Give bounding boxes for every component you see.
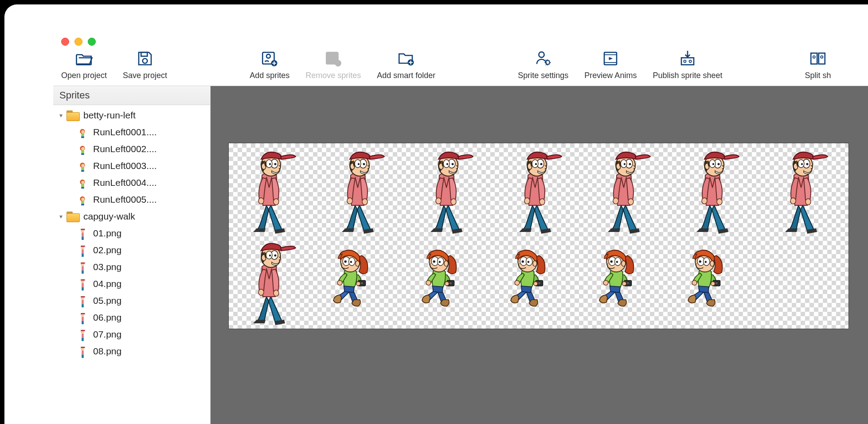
preview-anims-icon — [601, 49, 620, 68]
sprite-sheet[interactable] — [228, 143, 849, 329]
folder-label: capguy-walk — [83, 211, 135, 222]
file-label: 02.png — [93, 245, 121, 255]
sprite-frame[interactable] — [765, 143, 836, 236]
file-label: RunLeft0005.... — [93, 194, 157, 205]
add-sprites-button[interactable]: Add sprites — [242, 49, 297, 80]
sprite-thumb-icon — [78, 176, 87, 189]
sidebar-header: Sprites — [53, 86, 210, 105]
svg-rect-0 — [141, 52, 147, 56]
sprite-frame[interactable] — [490, 243, 566, 328]
svg-rect-12 — [681, 58, 694, 65]
sprite-frame[interactable] — [313, 243, 388, 328]
sprite-frame[interactable] — [402, 243, 477, 328]
sprite-frame[interactable] — [676, 143, 747, 236]
file-label: 06.png — [93, 312, 121, 323]
file-label: RunLeft0002.... — [93, 144, 157, 154]
file-label: 07.png — [93, 329, 121, 340]
file-label: RunLeft0004.... — [93, 177, 157, 188]
sprite-frame[interactable] — [579, 243, 654, 328]
save-project-button[interactable]: Save project — [115, 49, 175, 80]
folder-icon — [66, 110, 79, 120]
file-row[interactable]: 04.png — [53, 275, 210, 292]
split-sheet-button[interactable]: Split sh — [797, 49, 839, 80]
file-row[interactable]: RunLeft0005.... — [53, 191, 210, 208]
preview-anims-label: Preview Anims — [584, 71, 637, 80]
svg-point-16 — [813, 56, 815, 58]
add-smart-folder-label: Add smart folder — [377, 71, 435, 80]
sprite-frame[interactable] — [322, 143, 393, 236]
file-row[interactable]: 07.png — [53, 326, 210, 343]
folder-icon — [66, 212, 79, 221]
svg-point-9 — [539, 52, 544, 57]
add-sprites-icon — [260, 49, 279, 68]
file-label: RunLeft0003.... — [93, 161, 157, 171]
sprite-thumb-icon — [78, 294, 87, 307]
remove-sprites-button: Remove sprites — [297, 49, 369, 80]
sprite-thumb-icon — [78, 159, 87, 173]
file-row[interactable]: 05.png — [53, 292, 210, 309]
svg-point-13 — [684, 60, 686, 63]
file-row[interactable]: RunLeft0003.... — [53, 157, 210, 174]
sprite-frame[interactable] — [499, 143, 570, 236]
save-project-label: Save project — [123, 71, 167, 80]
file-row[interactable]: 01.png — [53, 225, 210, 242]
sprite-thumb-icon — [78, 126, 87, 139]
file-row[interactable]: 02.png — [53, 242, 210, 259]
folder-row[interactable]: ▾ betty-run-left — [53, 107, 210, 124]
sprite-frame[interactable] — [668, 243, 743, 328]
sprite-thumb-icon — [78, 193, 87, 206]
sprite-frame[interactable] — [233, 143, 304, 236]
sprite-frame[interactable] — [588, 143, 659, 236]
toolbar: Open project Save project Add sprites Re… — [53, 44, 868, 86]
sprite-thumb-icon — [78, 277, 87, 291]
add-smart-folder-button[interactable]: Add smart folder — [369, 49, 443, 80]
content-area: Sprites ▾ betty-run-left RunLeft0001....… — [53, 86, 868, 424]
sprite-thumb-icon — [78, 243, 87, 257]
file-label: 08.png — [93, 346, 121, 357]
chevron-down-icon: ▾ — [57, 112, 65, 119]
sprite-settings-label: Sprite settings — [518, 71, 568, 80]
sprite-thumb-icon — [78, 328, 87, 341]
smart-folder-icon — [396, 49, 416, 68]
split-sheet-label: Split sh — [805, 71, 831, 80]
sprite-settings-button[interactable]: Sprite settings — [510, 49, 576, 80]
file-label: 03.png — [93, 262, 121, 272]
remove-sprites-icon — [324, 49, 343, 68]
open-project-button[interactable]: Open project — [53, 49, 115, 80]
file-row[interactable]: RunLeft0002.... — [53, 141, 210, 157]
preview-anims-button[interactable]: Preview Anims — [576, 49, 645, 80]
remove-sprites-label: Remove sprites — [305, 71, 361, 80]
publish-sprite-sheet-button[interactable]: Publish sprite sheet — [645, 49, 730, 80]
titlebar — [53, 31, 868, 44]
folder-row[interactable]: ▾ capguy-walk — [53, 208, 210, 225]
sprite-thumb-icon — [78, 142, 87, 156]
file-label: RunLeft0001.... — [93, 127, 157, 137]
split-sheet-icon — [808, 49, 828, 68]
app-window: Open project Save project Add sprites Re… — [53, 31, 868, 424]
sidebar: Sprites ▾ betty-run-left RunLeft0001....… — [53, 86, 211, 424]
sprites-tree[interactable]: ▾ betty-run-left RunLeft0001.... RunLeft… — [53, 105, 210, 424]
folder-label: betty-run-left — [83, 110, 136, 121]
file-row[interactable]: 08.png — [53, 343, 210, 360]
file-row[interactable]: RunLeft0001.... — [53, 124, 210, 141]
file-label: 04.png — [93, 279, 121, 289]
sprite-frame[interactable] — [233, 235, 304, 328]
sprite-settings-icon — [533, 49, 553, 68]
sprite-thumb-icon — [78, 260, 87, 274]
file-row[interactable]: 06.png — [53, 309, 210, 326]
file-row[interactable]: 03.png — [53, 259, 210, 275]
canvas-area[interactable] — [211, 86, 868, 424]
sprite-thumb-icon — [78, 227, 87, 240]
sprite-thumb-icon — [78, 345, 87, 358]
svg-point-3 — [266, 54, 270, 58]
file-label: 05.png — [93, 295, 121, 306]
save-icon — [135, 49, 155, 68]
add-sprites-label: Add sprites — [250, 71, 289, 80]
sprite-thumb-icon — [78, 311, 87, 324]
publish-icon — [678, 49, 697, 68]
folder-open-icon — [74, 49, 94, 68]
file-row[interactable]: RunLeft0004.... — [53, 174, 210, 191]
file-label: 01.png — [93, 228, 121, 239]
svg-point-18 — [821, 56, 823, 58]
sprite-frame[interactable] — [411, 143, 481, 236]
